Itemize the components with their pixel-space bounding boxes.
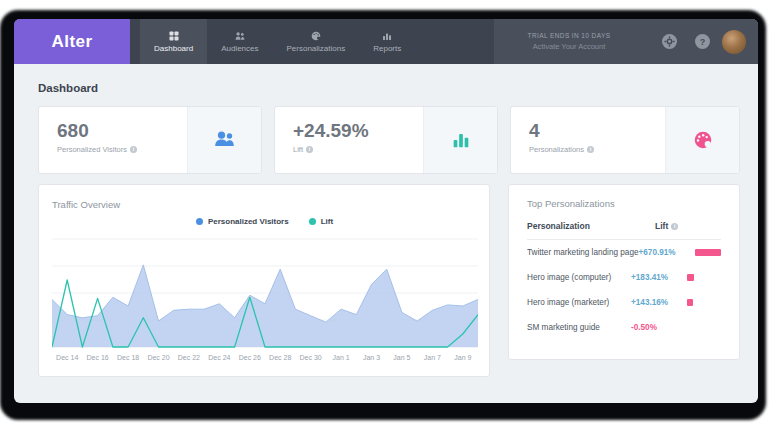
tab-personalizations[interactable]: Personalizations [273, 19, 360, 64]
svg-text:Dec 24: Dec 24 [208, 354, 230, 361]
tp-lift-bar [687, 274, 694, 281]
tp-row[interactable]: Twitter marketing landing page +670.91% [527, 240, 721, 265]
tp-row[interactable]: Hero image (computer) +183.41% [527, 265, 721, 290]
help-button[interactable] [695, 34, 710, 49]
stat-main: +24.59% Lift [275, 107, 423, 173]
legend-dot [196, 218, 203, 225]
tp-lift-value: +143.16% [631, 298, 687, 307]
personalizations-palette-icon [311, 31, 321, 41]
svg-text:Dec 28: Dec 28 [269, 354, 291, 361]
traffic-chart-svg: Dec 14Dec 16Dec 18Dec 20Dec 22Dec 24Dec … [52, 235, 478, 365]
top-personalizations-card: Top Personalizations Personalization Lif… [508, 184, 740, 360]
legend-item-visitors[interactable]: Personalized Visitors [196, 217, 289, 226]
stat-card-visitors: 680 Personalized Visitors [38, 106, 262, 174]
stat-value: +24.59% [293, 120, 423, 142]
users-icon [213, 129, 237, 151]
info-icon[interactable] [130, 146, 137, 153]
stat-label-text: Personalized Visitors [57, 145, 127, 154]
tp-lift-bar [687, 299, 693, 306]
tp-name: SM marketing guide [527, 323, 631, 332]
stat-card-lift: +24.59% Lift [274, 106, 498, 174]
tp-row[interactable]: SM marketing guide -0.50% [527, 315, 721, 340]
app-window: Alter Dashboard Audiences [14, 19, 758, 403]
info-icon[interactable] [306, 146, 313, 153]
tab-label: Personalizations [287, 44, 346, 53]
tp-name: Hero image (marketer) [527, 298, 631, 307]
tp-lift-value: +670.91% [639, 248, 695, 257]
svg-text:Dec 30: Dec 30 [300, 354, 322, 361]
chart-legend: Personalized Visitors Lift [52, 217, 477, 226]
app-logo[interactable]: Alter [14, 19, 130, 64]
info-icon[interactable] [671, 223, 678, 230]
column-lift: Lift [655, 221, 721, 231]
svg-text:Jan 9: Jan 9 [454, 354, 471, 361]
svg-text:Jan 1: Jan 1 [333, 354, 350, 361]
svg-text:Dec 20: Dec 20 [147, 354, 169, 361]
stat-card-personalizations: 4 Personalizations [510, 106, 740, 174]
stat-label: Lift [293, 145, 423, 154]
tab-reports[interactable]: Reports [359, 19, 415, 64]
svg-text:Dec 18: Dec 18 [117, 354, 139, 361]
stat-iconbox [423, 107, 497, 173]
page-title: Dashboard [38, 82, 740, 94]
stats-row: 680 Personalized Visitors [38, 106, 740, 174]
tab-audiences[interactable]: Audiences [207, 19, 272, 64]
charts-row: Traffic Overview Personalized Visitors L… [38, 184, 740, 377]
bar-chart-icon [450, 129, 472, 151]
table-header: Personalization Lift [527, 221, 721, 240]
user-avatar[interactable] [722, 30, 746, 54]
activate-account-link[interactable]: Activate Your Account [510, 42, 628, 51]
stat-value: 4 [529, 120, 665, 142]
legend-item-lift[interactable]: Lift [309, 217, 333, 226]
stat-label: Personalized Visitors [57, 145, 187, 154]
tab-dashboard[interactable]: Dashboard [140, 19, 207, 64]
nav-right-panel: Trial ends in 10 days Activate Your Acco… [494, 19, 758, 64]
stat-label-text: Lift [293, 145, 303, 154]
svg-text:Dec 16: Dec 16 [87, 354, 109, 361]
tab-label: Dashboard [154, 44, 193, 53]
palette-icon [692, 129, 714, 151]
stat-value: 680 [57, 120, 187, 142]
trial-banner: Trial ends in 10 days Activate Your Acco… [510, 32, 628, 51]
tab-label: Reports [373, 44, 401, 53]
top-nav: Alter Dashboard Audiences [14, 19, 758, 64]
trial-countdown: Trial ends in 10 days [510, 32, 628, 39]
svg-text:Dec 14: Dec 14 [56, 354, 78, 361]
traffic-overview-card: Traffic Overview Personalized Visitors L… [38, 184, 490, 377]
tab-label: Audiences [221, 44, 258, 53]
column-personalization: Personalization [527, 221, 655, 231]
svg-text:Dec 22: Dec 22 [178, 354, 200, 361]
info-icon[interactable] [587, 146, 594, 153]
top-personalizations-title: Top Personalizations [527, 198, 721, 209]
dashboard-grid-icon [169, 31, 179, 41]
reports-bars-icon [382, 31, 392, 41]
nav-tabs: Dashboard Audiences P [140, 19, 415, 64]
svg-text:Dec 26: Dec 26 [239, 354, 261, 361]
legend-label: Personalized Visitors [208, 217, 289, 226]
stat-label-text: Personalizations [529, 145, 584, 154]
legend-dot [309, 218, 316, 225]
tp-row[interactable]: Hero image (marketer) +143.16% [527, 290, 721, 315]
main-content: Dashboard 680 Personalized Visitors [14, 64, 758, 377]
svg-text:Jan 7: Jan 7 [424, 354, 441, 361]
tp-name: Twitter marketing landing page [527, 248, 639, 257]
tp-lift-value: -0.50% [631, 323, 687, 332]
traffic-overview-title: Traffic Overview [52, 199, 477, 210]
stat-main: 680 Personalized Visitors [39, 107, 187, 173]
svg-text:Jan 5: Jan 5 [393, 354, 410, 361]
svg-text:Jan 3: Jan 3 [363, 354, 380, 361]
gear-icon [664, 36, 675, 47]
audiences-people-icon [235, 31, 245, 41]
stat-main: 4 Personalizations [511, 107, 665, 173]
tp-lift-value: +183.41% [631, 273, 687, 282]
legend-label: Lift [321, 217, 333, 226]
stat-iconbox [665, 107, 739, 173]
stat-label: Personalizations [529, 145, 665, 154]
column-lift-text: Lift [655, 221, 668, 231]
stat-iconbox [187, 107, 261, 173]
settings-button[interactable] [662, 34, 677, 49]
tp-lift-bar [695, 249, 722, 256]
tp-name: Hero image (computer) [527, 273, 631, 282]
